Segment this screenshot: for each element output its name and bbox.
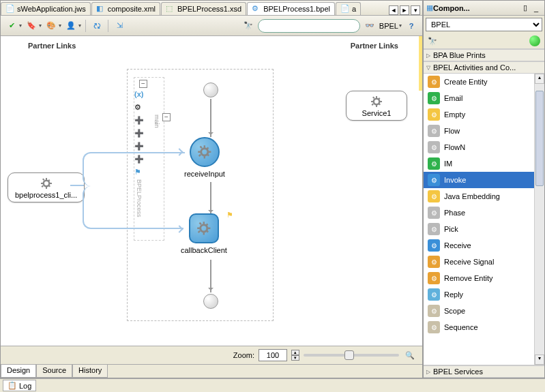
section-activities[interactable]: ▽BPEL Activities and Co... [424, 61, 544, 74]
xsd-icon: ⬚ [166, 4, 175, 14]
user-button[interactable]: 👤 [64, 19, 78, 33]
scroll-thumb[interactable] [535, 91, 544, 186]
activity-icon: ⚙ [428, 305, 440, 317]
palette-item[interactable]: ⚙Flow [424, 123, 534, 139]
palette-item-label: Empty [444, 110, 465, 119]
validate-button[interactable]: ✔ [5, 19, 18, 33]
collapse-button[interactable]: − [162, 113, 171, 121]
add-button[interactable]: ➕ [134, 129, 145, 140]
binoculars-icon[interactable]: 🔭 [241, 19, 255, 33]
palette-button[interactable]: 🎨 [44, 19, 58, 33]
activity-receive[interactable]: receiveInput [184, 137, 225, 178]
partner-link-client[interactable]: bpelprocess1_cli... [8, 172, 85, 202]
tab-a[interactable]: 📄a [336, 2, 361, 15]
palette-item[interactable]: ⚙Scope [424, 303, 534, 319]
tab-list-button[interactable]: ▾ [411, 5, 420, 15]
activity-icon: ⚙ [428, 174, 440, 186]
zoom-fit-button[interactable]: 🔍 [403, 348, 417, 362]
activity-icon: ⚙ [428, 125, 440, 137]
palette-item-label: Email [444, 94, 463, 102]
scroll-up-button[interactable]: ▴ [535, 74, 544, 84]
palette-item-label: Receive Signal [444, 258, 494, 266]
tab-design[interactable]: Design [1, 365, 36, 378]
design-canvas[interactable]: Partner Links Partner Links bpelprocess1… [1, 36, 422, 346]
palette-item[interactable]: ⚙Create Entity [424, 74, 534, 90]
palette-item[interactable]: ⚙Remove Entity [424, 270, 534, 286]
gear-icon[interactable]: ⚙ [134, 103, 145, 114]
partner-links-left-header: Partner Links [28, 42, 76, 50]
palette-item-label: Scope [444, 307, 465, 315]
add-button[interactable]: ➕ [134, 142, 145, 153]
lane-label-main: main [153, 115, 160, 128]
palette-item[interactable]: ⚙Sequence [424, 319, 534, 335]
variable-icon[interactable]: (x) [134, 90, 145, 101]
palette-item[interactable]: ⚙Email [424, 90, 534, 106]
tab-history[interactable]: History [72, 365, 108, 378]
tab-xsd[interactable]: ⬚BPELProcess1.xsd [161, 2, 246, 15]
activity-icon: ⚙ [428, 321, 440, 333]
palette-item[interactable]: ⚙Phase [424, 205, 534, 221]
bookmark-button[interactable]: 🔖 [25, 19, 38, 33]
palette-item-label: IM [444, 160, 452, 168]
activity-icon: ⚙ [428, 108, 440, 121]
activity-icon: ⚙ [428, 288, 440, 301]
glasses-icon[interactable]: 👓 [363, 19, 377, 33]
partner-link-service[interactable]: Service1 [346, 91, 407, 121]
minimize-button[interactable]: _ [531, 3, 542, 14]
section-bpa[interactable]: ▷BPA Blue Prints [424, 49, 544, 61]
palette-item-label: Receive [444, 241, 471, 250]
gear-icon [40, 177, 53, 190]
scroll-down-button[interactable]: ▾ [535, 355, 544, 365]
activity-icon: ⚙ [428, 190, 440, 202]
palette-item[interactable]: ⚙IM [424, 155, 534, 172]
palette-item-label: Remove Entity [444, 274, 493, 282]
tab-bpel[interactable]: ⚙BPELProcess1.bpel [247, 2, 335, 15]
palette-find-icon[interactable]: 🔭 [428, 37, 437, 46]
add-button[interactable]: ➕ [134, 116, 145, 127]
tab-source[interactable]: Source [36, 365, 72, 378]
start-node[interactable] [203, 82, 218, 97]
palette-category-select[interactable]: BPEL [426, 18, 542, 31]
tab-next-button[interactable]: ► [400, 5, 409, 15]
search-input[interactable] [258, 19, 360, 33]
palette-item-list: ⚙Create Entity⚙Email⚙Empty⚙Flow⚙FlowN⚙IM… [424, 74, 534, 365]
scrollbar[interactable]: ▴ ▾ [534, 74, 544, 365]
palette-item-label: Flow [444, 127, 460, 135]
zoom-slider[interactable] [304, 354, 399, 357]
zoom-down-button[interactable]: ▾ [291, 355, 299, 361]
palette-item[interactable]: ⚙Receive Signal [424, 254, 534, 270]
end-node[interactable] [203, 294, 218, 309]
partner-links-right-header: Partner Links [351, 42, 398, 50]
section-services[interactable]: ▷BPEL Services [424, 365, 544, 378]
palette-item[interactable]: ⚙Reply [424, 286, 534, 303]
deploy-button[interactable]: ⇲ [113, 19, 126, 33]
log-tab[interactable]: 📋 Log [3, 380, 36, 391]
bpel-label: BPEL [379, 22, 398, 30]
activity-icon: ⚙ [428, 141, 440, 153]
tab-prev-button[interactable]: ◄ [389, 5, 398, 15]
help-button[interactable]: ? [404, 19, 418, 33]
slider-thumb[interactable] [344, 350, 354, 360]
refresh-button[interactable]: 🗘 [90, 19, 104, 33]
tab-jws[interactable]: 📄sWebApplication.jws [1, 2, 91, 15]
palette-item[interactable]: ⚙Invoke [424, 172, 534, 188]
palette-tab-button[interactable]: ▯ [520, 3, 531, 14]
log-icon: 📋 [8, 381, 17, 390]
partner-link-label: Service1 [353, 109, 400, 117]
zoom-up-button[interactable]: ▴ [291, 350, 299, 355]
activity-icon: ⚙ [428, 157, 440, 170]
bpel-icon: ⚙ [252, 4, 261, 14]
palette-item[interactable]: ⚙FlowN [424, 139, 534, 155]
activity-icon: ⚙ [428, 223, 440, 235]
palette-item[interactable]: ⚙Pick [424, 221, 534, 237]
palette-item[interactable]: ⚙Receive [424, 237, 534, 254]
activity-callback[interactable]: ⚑ callbackClient [181, 213, 227, 254]
zoom-input[interactable] [259, 349, 287, 361]
palette-title: Compon... [433, 4, 520, 12]
palette-item[interactable]: ⚙Empty [424, 106, 534, 123]
tab-composite[interactable]: ◧composite.xml [91, 2, 160, 15]
activity-icon: ⚙ [428, 207, 440, 219]
editor-view-tabs: Design Source History [1, 364, 422, 378]
palette-add-button[interactable] [529, 35, 540, 46]
palette-item[interactable]: ⚙Java Embedding [424, 188, 534, 205]
